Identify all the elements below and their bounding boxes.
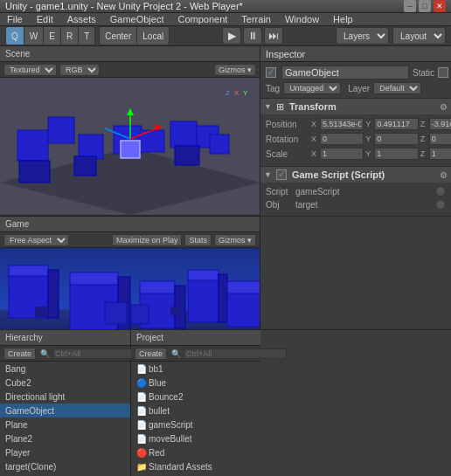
transform-settings-icon[interactable]: ⚙	[440, 102, 448, 112]
scale-x-input[interactable]	[320, 148, 364, 160]
inspector-panel: Inspector Static Tag Untagged	[260, 46, 451, 329]
app-window: Unity - game1.unity - New Unity Project …	[0, 0, 451, 476]
gizmos-button[interactable]: Gizmos ▾	[214, 64, 256, 76]
gameobject-name-input[interactable]	[281, 66, 409, 79]
gameobject-name-row: Static	[266, 66, 446, 79]
rotation-z-input[interactable]	[429, 133, 451, 145]
project-item[interactable]: 📄moveBullet	[131, 431, 260, 445]
scale-y-label: Y	[365, 149, 372, 158]
rotation-x-input[interactable]	[320, 133, 364, 145]
close-button[interactable]: ✕	[434, 0, 446, 12]
gamescript-header[interactable]: ▼ Game Script (Script) ⚙	[260, 167, 451, 183]
script-picker-button[interactable]	[435, 186, 446, 197]
list-item[interactable]: Plane2	[0, 431, 130, 445]
project-header: Project	[131, 330, 260, 346]
project-item[interactable]: 📄Bounce2	[131, 390, 260, 404]
menu-edit[interactable]: Edit	[33, 13, 57, 25]
gamescript-settings-icon[interactable]: ⚙	[440, 170, 448, 180]
layer-select[interactable]: Default	[373, 82, 421, 94]
minimize-button[interactable]: –	[404, 0, 416, 12]
game-gizmos-button[interactable]: Gizmos ▾	[214, 234, 256, 246]
position-y-input[interactable]	[374, 118, 418, 130]
color-mode-dropdown[interactable]: RGB	[59, 64, 100, 76]
left-panel: Scene Textured RGB Gizmos ▾	[0, 46, 260, 329]
project-item[interactable]: 📄bullet	[131, 404, 260, 417]
pause-button[interactable]: ⏸	[243, 27, 262, 45]
project-item[interactable]: 📄gameScript	[131, 417, 260, 431]
gameobject-active-checkbox[interactable]	[266, 67, 276, 78]
inspector-header: Inspector	[260, 46, 451, 62]
step-button[interactable]: ⏭	[264, 27, 283, 45]
obj-row: Obj target	[266, 199, 446, 210]
menu-help[interactable]: Help	[330, 13, 357, 25]
material-icon: 🔴	[136, 448, 147, 458]
project-item[interactable]: 📄bb1	[131, 362, 260, 376]
hierarchy-panel: Hierarchy Create 🔍 Bang Cube2 Directiona…	[0, 330, 131, 476]
position-z-input[interactable]	[429, 118, 451, 130]
scene-canvas[interactable]: X Y Z	[0, 78, 260, 216]
list-item[interactable]: Directional light	[0, 390, 130, 404]
gamescript-active-checkbox[interactable]	[276, 169, 287, 180]
tool-move[interactable]: W	[24, 27, 44, 45]
menu-window[interactable]: Window	[281, 13, 323, 25]
project-item[interactable]: 📁Standard Assets	[131, 459, 260, 473]
pivot-center-button[interactable]: Center	[100, 27, 137, 45]
obj-value: target	[295, 200, 432, 210]
list-item[interactable]: Cube2	[0, 376, 130, 390]
menu-terrain[interactable]: Terrain	[238, 13, 274, 25]
aspect-dropdown[interactable]: Free Aspect	[3, 234, 69, 246]
maximize-button[interactable]: □	[419, 0, 431, 12]
tool-rotate[interactable]: E	[44, 27, 61, 45]
menu-file[interactable]: File	[3, 13, 26, 25]
svg-rect-3	[48, 117, 74, 143]
rotation-y-input[interactable]	[374, 133, 418, 145]
game-view: Game Free Aspect Maximize on Play Stats …	[0, 217, 260, 329]
tool-scale[interactable]: R	[61, 27, 79, 45]
project-create-button[interactable]: Create	[135, 348, 167, 360]
item-label: Red	[149, 448, 164, 458]
pivot-local-button[interactable]: Local	[137, 27, 169, 45]
svg-rect-9	[121, 141, 140, 158]
title-bar: Unity - game1.unity - New Unity Project …	[0, 0, 451, 13]
list-item[interactable]: Player	[0, 445, 130, 459]
svg-rect-5	[79, 135, 103, 159]
obj-picker-button[interactable]	[435, 199, 446, 210]
stats-button[interactable]: Stats	[184, 234, 212, 246]
script-row: Script gameScript	[266, 186, 446, 197]
project-list: 📄bb1 🔵Blue 📄Bounce2 📄bullet 📄gameScript …	[131, 362, 260, 476]
game-canvas[interactable]	[0, 248, 260, 329]
scale-y-input[interactable]	[374, 148, 418, 160]
list-item[interactable]: Plane	[0, 417, 130, 431]
svg-rect-29	[70, 272, 118, 285]
tag-select[interactable]: Untagged	[283, 82, 341, 94]
svg-text:Z: Z	[226, 89, 230, 97]
position-x-input[interactable]	[320, 118, 364, 130]
menu-component[interactable]: Component	[174, 13, 231, 25]
tool-hand[interactable]: Q	[6, 27, 24, 45]
tool-rect[interactable]: T	[79, 27, 94, 45]
list-item[interactable]: Bang	[0, 362, 130, 376]
menu-gameobject[interactable]: GameObject	[107, 13, 168, 25]
maximize-on-play-button[interactable]: Maximize on Play	[112, 234, 183, 246]
project-toolbar: Create 🔍	[131, 346, 260, 362]
rot-x-label: X	[311, 135, 318, 143]
project-item[interactable]: 🔴Red	[131, 445, 260, 459]
hierarchy-create-button[interactable]: Create	[3, 348, 36, 360]
project-search-input[interactable]	[184, 348, 287, 359]
render-mode-dropdown[interactable]: Textured	[3, 64, 57, 76]
list-item[interactable]: target(Clone)	[0, 459, 130, 473]
transform-header[interactable]: ▼ ⊞ Transform ⚙	[260, 99, 451, 114]
list-item-selected[interactable]: GameObject	[0, 404, 130, 417]
project-item[interactable]: 🔵Blue	[131, 376, 260, 390]
game-toolbar: Free Aspect Maximize on Play Stats Gizmo…	[0, 232, 260, 248]
gamescript-body: Script gameScript Obj target	[260, 183, 451, 216]
svg-rect-39	[105, 302, 127, 324]
scene-panel-title: Scene	[5, 49, 30, 59]
scale-z-input[interactable]	[429, 148, 451, 160]
play-button[interactable]: ▶	[222, 27, 241, 45]
item-label: Bang	[5, 364, 25, 374]
static-checkbox[interactable]	[438, 67, 448, 78]
layout-dropdown[interactable]: Layout	[392, 27, 446, 45]
layers-dropdown[interactable]: Layers	[336, 27, 389, 45]
menu-assets[interactable]: Assets	[64, 13, 100, 25]
